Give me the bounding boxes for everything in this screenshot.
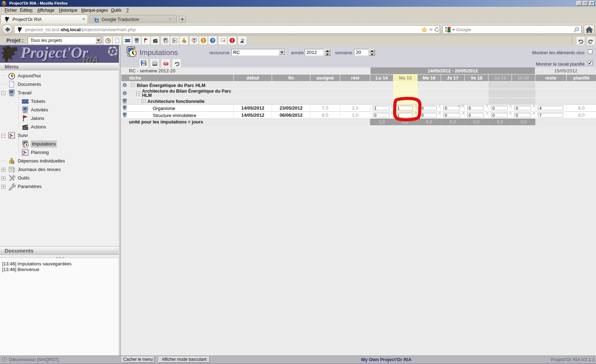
svg-text:PDF: PDF xyxy=(164,63,168,65)
svg-text:?: ? xyxy=(111,49,114,54)
